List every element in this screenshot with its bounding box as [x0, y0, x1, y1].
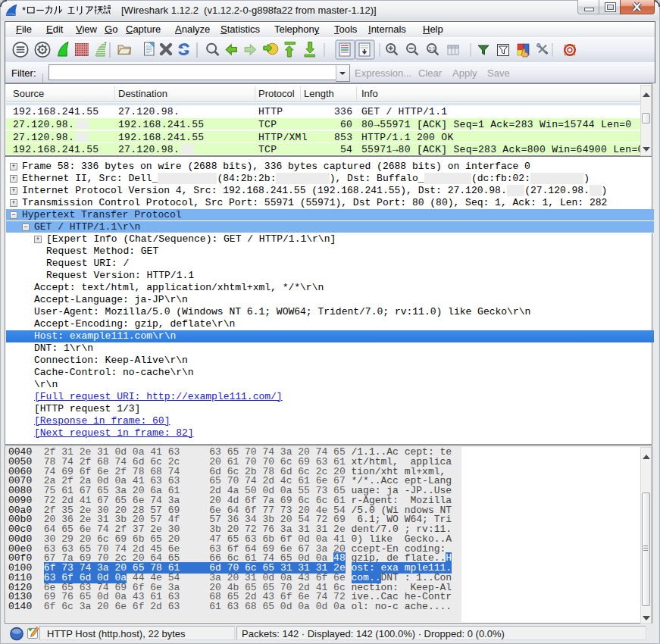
svg-text:1:1: 1:1 — [428, 46, 435, 52]
